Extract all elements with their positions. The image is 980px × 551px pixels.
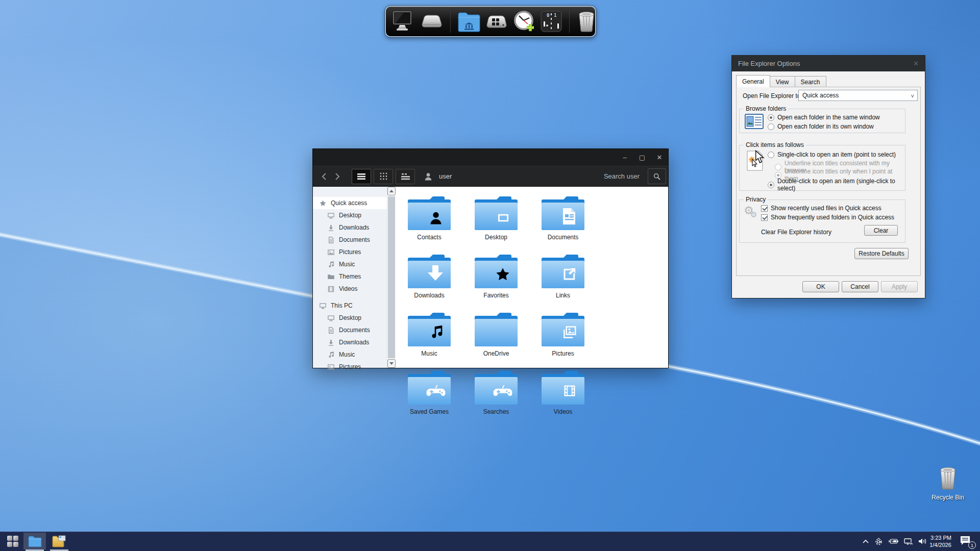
sidebar-item-quick-access[interactable]: Quick access bbox=[313, 197, 396, 209]
start-button[interactable] bbox=[4, 535, 22, 547]
folder-item-contacts[interactable]: Contacts bbox=[406, 196, 452, 241]
dialog-close-icon[interactable]: ✕ bbox=[913, 60, 919, 67]
folder-item-links[interactable]: Links bbox=[540, 254, 586, 299]
tab-view[interactable]: View bbox=[770, 76, 795, 87]
tab-general[interactable]: General bbox=[736, 75, 770, 87]
open-to-label: Open File Explorer to: bbox=[743, 92, 802, 99]
folder-item-videos[interactable]: Videos bbox=[540, 370, 586, 415]
document-icon bbox=[327, 236, 335, 244]
restore-defaults-button[interactable]: Restore Defaults bbox=[854, 248, 909, 259]
sidebar-item-pc-pictures[interactable]: Pictures bbox=[313, 361, 396, 373]
removable-drive-icon[interactable] bbox=[420, 10, 444, 34]
sidebar-item-pictures[interactable]: Pictures bbox=[313, 246, 396, 258]
folder-grid: Contacts Desktop Documents Downloads Fav… bbox=[396, 187, 668, 368]
dialog-titlebar[interactable]: File Explorer Options ✕ bbox=[732, 56, 925, 71]
sidebar-item-desktop[interactable]: Desktop bbox=[313, 209, 396, 221]
recycle-bin-desktop-icon[interactable]: Recycle Bin bbox=[927, 465, 969, 501]
clear-button[interactable]: Clear bbox=[864, 225, 898, 236]
search-input[interactable]: Search user bbox=[604, 172, 640, 180]
folder-item-searches[interactable]: Searches bbox=[473, 370, 519, 415]
minimize-icon[interactable]: – bbox=[616, 149, 633, 166]
meet-now-camera-icon[interactable] bbox=[874, 538, 883, 545]
sidebar-item-themes[interactable]: Themes bbox=[313, 270, 396, 283]
folder-item-music[interactable]: Music bbox=[406, 312, 452, 357]
scroll-up-icon[interactable] bbox=[387, 187, 396, 195]
back-icon[interactable] bbox=[321, 172, 327, 181]
folder-item-desktop[interactable]: Desktop bbox=[473, 196, 519, 241]
sidebar-item-pc-desktop[interactable]: Desktop bbox=[313, 312, 396, 324]
details-view-button[interactable] bbox=[396, 169, 415, 184]
tab-search[interactable]: Search bbox=[795, 76, 826, 87]
folder-item-documents[interactable]: Documents bbox=[540, 196, 586, 241]
chevron-down-icon: ˅ bbox=[911, 93, 914, 99]
radio-icon bbox=[768, 114, 774, 121]
folder-item-onedrive[interactable]: OneDrive bbox=[473, 312, 519, 357]
radio-own-window[interactable]: Open each folder in its own window bbox=[768, 123, 874, 130]
folder-item-favorites[interactable]: Favorites bbox=[473, 254, 519, 299]
download-arrow-icon bbox=[327, 339, 335, 346]
maximize-icon[interactable]: ▢ bbox=[633, 149, 651, 166]
radio-same-window[interactable]: Open each folder in the same window bbox=[768, 114, 880, 121]
user-folder-icon[interactable] bbox=[457, 10, 481, 34]
picture-icon bbox=[327, 363, 335, 371]
radio-single-click[interactable]: Single-click to open an item (point to s… bbox=[768, 151, 896, 158]
sidebar-item-pc-music[interactable]: Music bbox=[313, 348, 396, 361]
radio-icon bbox=[768, 182, 774, 188]
file-explorer-options-dialog: File Explorer Options ✕ General View Sea… bbox=[731, 55, 925, 298]
dialog-title: File Explorer Options bbox=[738, 60, 800, 67]
hidden-icons-chevron-icon[interactable] bbox=[863, 539, 869, 543]
sidebar-item-this-pc[interactable]: This PC bbox=[313, 299, 396, 312]
clock-time: 3:23 PM bbox=[929, 534, 951, 541]
folder-item-saved-games[interactable]: Saved Games bbox=[406, 370, 452, 415]
search-button[interactable] bbox=[648, 168, 666, 184]
clock-icon[interactable] bbox=[512, 10, 536, 34]
battery-icon[interactable] bbox=[889, 538, 898, 544]
taskbar-file-explorer-button[interactable] bbox=[23, 533, 46, 549]
apply-button[interactable]: Apply bbox=[881, 281, 918, 292]
music-note-icon bbox=[327, 261, 335, 268]
sidebar-item-music[interactable]: Music bbox=[313, 258, 396, 270]
pong-game-icon[interactable]: 01 bbox=[540, 10, 562, 34]
dock-separator bbox=[450, 10, 451, 33]
sidebar-item-documents[interactable]: Documents bbox=[313, 234, 396, 246]
document-icon bbox=[327, 327, 335, 334]
close-icon[interactable]: ✕ bbox=[651, 149, 668, 166]
star-icon bbox=[319, 199, 327, 207]
folder-item-downloads[interactable]: Downloads bbox=[406, 254, 452, 299]
volume-icon[interactable] bbox=[918, 538, 927, 545]
sidebar-scrollbar[interactable] bbox=[387, 187, 396, 368]
list-view-button[interactable] bbox=[352, 169, 371, 184]
checkbox-icon bbox=[761, 214, 768, 221]
taskbar-clock[interactable]: 3:23 PM 1/4/2026 bbox=[929, 534, 951, 548]
radio-icon bbox=[768, 123, 774, 130]
network-icon[interactable] bbox=[904, 538, 913, 545]
windows-drive-icon[interactable] bbox=[485, 10, 508, 34]
cancel-button[interactable]: Cancel bbox=[842, 281, 878, 292]
sidebar-item-videos[interactable]: Videos bbox=[313, 283, 396, 295]
sidebar-item-pc-downloads[interactable]: Downloads bbox=[313, 336, 396, 348]
forward-icon[interactable] bbox=[335, 172, 340, 181]
checkbox-frequent-folders[interactable]: Show frequently used folders in Quick ac… bbox=[761, 214, 894, 221]
breadcrumb[interactable]: user bbox=[439, 172, 452, 180]
monitor-icon bbox=[327, 314, 335, 322]
scroll-down-icon[interactable] bbox=[387, 359, 396, 368]
sidebar-item-pc-documents[interactable]: Documents bbox=[313, 324, 396, 336]
open-to-dropdown[interactable]: Quick access ˅ bbox=[798, 90, 918, 101]
this-pc-icon[interactable] bbox=[393, 10, 416, 34]
taskbar-folder-options-button[interactable] bbox=[48, 533, 70, 549]
clock-date: 1/4/2026 bbox=[929, 541, 951, 548]
checkbox-recent-files[interactable]: Show recently used files in Quick access bbox=[761, 205, 881, 212]
trash-icon[interactable] bbox=[576, 10, 597, 34]
explorer-titlebar[interactable]: – ▢ ✕ bbox=[313, 149, 668, 166]
download-arrow-icon bbox=[327, 224, 335, 232]
dock-separator bbox=[569, 10, 570, 33]
grid-view-button[interactable] bbox=[374, 169, 393, 184]
scrollbar-thumb[interactable] bbox=[388, 196, 395, 358]
sidebar-item-downloads[interactable]: Downloads bbox=[313, 221, 396, 234]
folder-item-pictures[interactable]: Pictures bbox=[540, 312, 586, 357]
ok-button[interactable]: OK bbox=[802, 281, 839, 292]
radio-icon bbox=[768, 152, 774, 158]
privacy-group: Privacy ⚙⚙ Show recently used files in Q… bbox=[739, 199, 905, 243]
action-center-button[interactable]: 1 bbox=[960, 535, 973, 547]
radio-double-click[interactable]: Double-click to open an item (single-cli… bbox=[768, 178, 905, 192]
